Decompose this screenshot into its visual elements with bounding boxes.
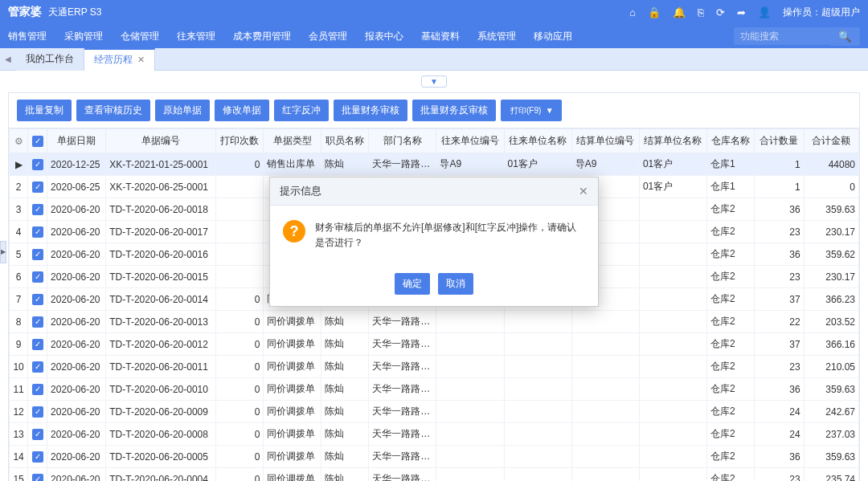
modal-title: 提示信息	[280, 184, 321, 198]
confirm-modal: 提示信息 ✕ ? 财务审核后的单据不允许[单据修改]和[红字反冲]操作，请确认是…	[269, 177, 599, 307]
close-icon[interactable]: ✕	[579, 185, 588, 198]
modal-overlay: 提示信息 ✕ ? 财务审核后的单据不允许[单据修改]和[红字反冲]操作，请确认是…	[0, 0, 868, 481]
cancel-button[interactable]: 取消	[438, 273, 473, 295]
modal-text: 财务审核后的单据不允许[单据修改]和[红字反冲]操作，请确认是否进行？	[315, 220, 585, 251]
question-icon: ?	[283, 220, 305, 243]
ok-button[interactable]: 确定	[395, 273, 430, 295]
